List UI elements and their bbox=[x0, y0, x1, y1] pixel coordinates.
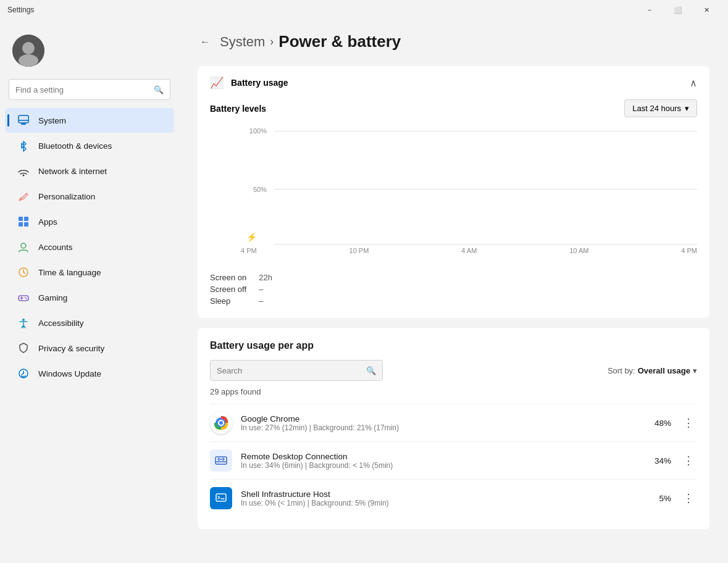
sidebar-item-accounts[interactable]: Accounts bbox=[5, 235, 174, 259]
app-more-button[interactable]: ⋮ bbox=[680, 414, 697, 432]
apps-icon bbox=[17, 215, 30, 228]
svg-rect-10 bbox=[24, 222, 28, 227]
sidebar-item-accessibility[interactable]: Accessibility bbox=[5, 311, 174, 335]
battery-per-app-card: Battery usage per app 🔍 Sort by: Overall… bbox=[198, 328, 709, 529]
maximize-button[interactable]: ⬜ bbox=[664, 0, 692, 20]
sidebar-item-network[interactable]: Network & internet bbox=[5, 159, 174, 183]
app-more-button[interactable]: ⋮ bbox=[680, 490, 697, 507]
battery-chart-icon: 📈 bbox=[210, 76, 224, 90]
accessibility-icon bbox=[17, 317, 30, 329]
app-name: Google Chrome bbox=[241, 414, 655, 423]
breadcrumb-parent: System bbox=[220, 34, 265, 50]
charge-icon: ⚡ bbox=[246, 232, 257, 242]
profile-section bbox=[0, 27, 179, 79]
sidebar-item-label-system: System bbox=[38, 116, 66, 125]
stat-value: – bbox=[259, 296, 697, 306]
stat-value: 22h bbox=[259, 273, 697, 282]
sidebar-item-label-apps: Apps bbox=[38, 217, 57, 227]
svg-rect-3 bbox=[19, 115, 28, 123]
time-range-dropdown[interactable]: Last 24 hours ▾ bbox=[624, 99, 697, 117]
app-list-item: Remote Desktop Connection In use: 34% (6… bbox=[210, 441, 697, 479]
svg-point-16 bbox=[25, 297, 26, 298]
app-search-row: 🔍 Sort by: Overall usage ▾ bbox=[210, 360, 697, 381]
sidebar-item-time[interactable]: Time & language bbox=[5, 260, 174, 285]
titlebar-left: Settings bbox=[7, 6, 34, 14]
x-label-4am: 4 AM bbox=[461, 247, 477, 254]
battery-levels-title: Battery levels bbox=[210, 104, 266, 114]
nav-items-container: System Bluetooth & devices Network & int… bbox=[0, 107, 179, 386]
sidebar-search-input[interactable] bbox=[15, 85, 154, 94]
breadcrumb: ← System › Power & battery bbox=[198, 32, 709, 51]
x-label-10pm: 10 PM bbox=[349, 247, 369, 254]
privacy-icon bbox=[17, 342, 30, 354]
app-info: Google Chrome In use: 27% (12min) | Back… bbox=[241, 414, 655, 432]
bluetooth-icon bbox=[17, 140, 30, 152]
app-percent: 5% bbox=[659, 494, 671, 503]
svg-point-6 bbox=[23, 175, 25, 177]
battery-per-app-body: Battery usage per app 🔍 Sort by: Overall… bbox=[198, 328, 709, 529]
sidebar-item-gaming[interactable]: Gaming bbox=[5, 285, 174, 310]
sidebar-item-privacy[interactable]: Privacy & security bbox=[5, 336, 174, 361]
battery-usage-header-left: 📈 Battery usage bbox=[210, 76, 288, 90]
sort-chevron-icon[interactable]: ▾ bbox=[693, 366, 697, 375]
apps-found: 29 apps found bbox=[210, 387, 697, 396]
stat-label: Screen off bbox=[210, 285, 246, 294]
sidebar-item-label-update: Windows Update bbox=[38, 369, 101, 378]
system-icon bbox=[17, 114, 30, 127]
battery-usage-title: Battery usage bbox=[231, 78, 288, 88]
sidebar-item-apps[interactable]: Apps bbox=[5, 209, 174, 234]
avatar[interactable] bbox=[12, 35, 44, 67]
sidebar-item-label-gaming: Gaming bbox=[38, 293, 67, 302]
x-label-4pm: 4 PM bbox=[241, 247, 257, 254]
battery-usage-body: Battery levels Last 24 hours ▾ 100% bbox=[198, 99, 709, 318]
battery-stats: Screen on22hScreen off–Sleep– bbox=[210, 273, 697, 306]
svg-rect-27 bbox=[216, 494, 226, 501]
svg-rect-9 bbox=[19, 222, 23, 227]
app-search-box[interactable]: 🔍 bbox=[210, 360, 383, 381]
titlebar-controls: − ⬜ ✕ bbox=[635, 0, 721, 20]
app-name: Remote Desktop Connection bbox=[241, 452, 655, 461]
sidebar-item-system[interactable]: System bbox=[5, 108, 174, 133]
battery-per-app-title: Battery usage per app bbox=[210, 340, 697, 351]
main-content: ← System › Power & battery 📈 Battery usa… bbox=[179, 20, 728, 563]
app-icon-chrome bbox=[210, 412, 232, 434]
sidebar-item-label-accounts: Accounts bbox=[38, 243, 73, 252]
svg-point-18 bbox=[22, 319, 25, 321]
minimize-button[interactable]: − bbox=[635, 0, 664, 20]
stat-value: – bbox=[259, 285, 697, 294]
titlebar: Settings − ⬜ ✕ bbox=[0, 0, 728, 20]
close-button[interactable]: ✕ bbox=[692, 0, 721, 20]
app-icon-remote bbox=[210, 449, 232, 472]
sidebar-search-box[interactable]: 🔍 bbox=[9, 79, 170, 100]
svg-rect-4 bbox=[21, 123, 26, 125]
breadcrumb-separator: › bbox=[270, 35, 274, 48]
svg-rect-8 bbox=[24, 217, 28, 221]
search-icon: 🔍 bbox=[154, 85, 164, 94]
svg-point-11 bbox=[21, 243, 26, 248]
svg-point-25 bbox=[218, 464, 219, 465]
sidebar-item-bluetooth[interactable]: Bluetooth & devices bbox=[5, 133, 174, 158]
stat-label: Sleep bbox=[210, 296, 246, 306]
stat-label: Screen on bbox=[210, 273, 246, 282]
time-range-label: Last 24 hours bbox=[632, 104, 681, 113]
svg-point-17 bbox=[26, 298, 27, 299]
sidebar-item-label-network: Network & internet bbox=[38, 167, 107, 176]
sidebar-item-personalization[interactable]: Personalization bbox=[5, 184, 174, 209]
x-label-10am: 10 AM bbox=[569, 247, 588, 254]
battery-usage-header[interactable]: 📈 Battery usage ∧ bbox=[198, 66, 709, 99]
update-icon bbox=[17, 367, 30, 380]
settings-title: Settings bbox=[7, 6, 34, 14]
app-detail: In use: 34% (6min) | Background: < 1% (5… bbox=[241, 461, 655, 470]
sort-label: Sort by: bbox=[608, 366, 635, 375]
x-label-4pm-end: 4 PM bbox=[681, 247, 697, 254]
app-icon-shell bbox=[210, 487, 232, 509]
app-more-button[interactable]: ⋮ bbox=[680, 452, 697, 469]
sort-row: Sort by: Overall usage ▾ bbox=[608, 366, 697, 375]
app-name: Shell Infrastructure Host bbox=[241, 490, 659, 499]
app-search-input[interactable] bbox=[217, 366, 366, 375]
x-axis: 4 PM 10 PM 4 AM 10 AM 4 PM bbox=[241, 244, 697, 263]
sort-value: Overall usage bbox=[638, 366, 690, 375]
sidebar-item-update[interactable]: Windows Update bbox=[5, 361, 174, 386]
battery-chart-container: 100% 50% ⚡ 4 PM bbox=[210, 127, 697, 263]
back-button[interactable]: ← bbox=[198, 34, 212, 50]
